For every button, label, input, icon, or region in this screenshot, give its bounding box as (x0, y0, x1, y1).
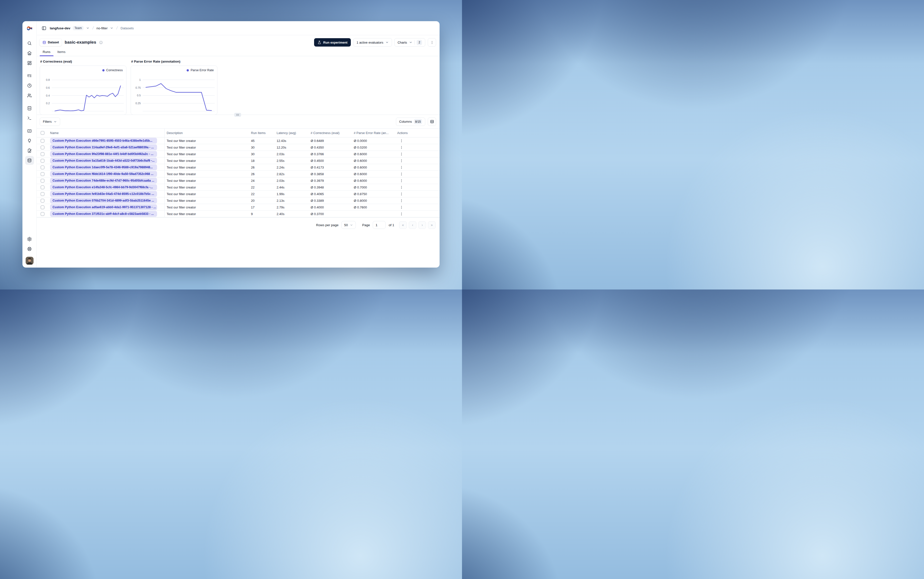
sidebar-item-terminal[interactable] (25, 114, 34, 123)
page-number-input[interactable] (373, 221, 386, 229)
correctness-cell: Ø 0.4065 (309, 192, 352, 196)
row-checkbox[interactable] (41, 192, 44, 196)
langfuse-logo[interactable] (23, 21, 36, 35)
row-checkbox[interactable] (41, 212, 44, 216)
latency-cell: 2.55s (275, 159, 309, 163)
breadcrumb-org[interactable]: langfuse-dev (50, 26, 70, 30)
row-checkbox[interactable] (41, 185, 44, 189)
sidebar-item-database[interactable] (25, 156, 34, 165)
prev-page-button[interactable]: ‹ (409, 221, 416, 229)
select-all-checkbox[interactable] (41, 131, 44, 135)
actions-cell (395, 144, 439, 150)
sidebar-item-judge-frame[interactable] (25, 126, 34, 135)
sidebar-item-clipboard-pen[interactable] (25, 146, 34, 155)
run-name-cell: Custom Python Execution 74de488e-ec9d-47… (48, 177, 165, 184)
sidebar-item-clock[interactable] (25, 81, 34, 90)
run-name-link[interactable]: Custom Python Execution 114aa9ef-29e6-4e… (50, 144, 157, 150)
next-page-button[interactable]: › (418, 221, 426, 229)
project-switcher[interactable] (110, 26, 113, 30)
parse-error-rate-cell: Ø 0.6000 (352, 152, 395, 156)
run-items-cell: 30 (249, 152, 275, 156)
row-actions-button[interactable] (398, 164, 405, 170)
filters-button[interactable]: Filters (40, 118, 60, 126)
breadcrumb-separator: / (115, 26, 119, 31)
row-actions-button[interactable] (398, 191, 405, 197)
row-actions-button[interactable] (398, 204, 405, 210)
sidebar-item-dashboard[interactable] (25, 58, 34, 67)
column-header-parse-error-rate[interactable]: # Parse Error Rate (an... (352, 131, 395, 135)
correctness-cell: Ø 0.3389 (309, 199, 352, 203)
run-name-link[interactable]: Custom Python Execution adfae619-abb0-4d… (50, 204, 157, 210)
first-page-button[interactable]: « (399, 221, 407, 229)
sidebar-item-home[interactable] (25, 49, 34, 57)
dataset-info-icon[interactable] (99, 41, 103, 44)
sidebar-item-lightbulb[interactable] (25, 136, 34, 145)
row-actions-button[interactable] (398, 171, 405, 177)
row-actions-button[interactable] (398, 151, 405, 157)
column-header-correctness[interactable]: # Correctness (eval) (309, 131, 352, 135)
row-checkbox[interactable] (41, 165, 44, 169)
run-name-link[interactable]: Custom Python Execution e14fa348-5cfc-49… (50, 184, 157, 190)
row-height-button[interactable] (428, 118, 436, 126)
run-name-link[interactable]: Custom Python Execution 5a15a616-1bab-44… (50, 158, 157, 164)
row-checkbox[interactable] (41, 159, 44, 163)
breadcrumb-section[interactable]: Datasets (121, 26, 134, 30)
correctness-cell: Ø 0.6489 (309, 139, 352, 143)
run-name-link[interactable]: Custom Python Execution d66e7991-8595-45… (50, 138, 157, 144)
row-actions-button[interactable] (398, 211, 405, 217)
row-actions-button[interactable] (398, 177, 405, 184)
rows-per-page-select[interactable]: 50 (341, 221, 356, 229)
breadcrumb-separator: / (91, 26, 94, 31)
row-checkbox[interactable] (41, 172, 44, 176)
sidebar-item-search[interactable] (25, 39, 34, 47)
correctness-cell: Ø 0.3700 (309, 212, 352, 216)
run-name-link[interactable]: Custom Python Execution 076b2704-341d-48… (50, 198, 157, 203)
org-switcher[interactable] (86, 26, 90, 30)
row-checkbox[interactable] (41, 146, 44, 149)
row-actions-button[interactable] (398, 137, 405, 144)
run-name-link[interactable]: Custom Python Execution 1daec0f9-5e78-43… (50, 164, 157, 170)
evaluators-dropdown[interactable]: 1 active evaluators (353, 38, 392, 47)
columns-button[interactable]: Columns 8/15 (396, 118, 425, 126)
row-checkbox[interactable] (41, 199, 44, 203)
sidebar-toggle-button[interactable] (41, 25, 48, 31)
dataset-more-actions-button[interactable] (428, 38, 436, 47)
tab-items[interactable]: Items (54, 49, 69, 56)
run-name-link[interactable]: Custom Python Execution 371f531c-abff-4d… (50, 211, 157, 217)
user-avatar[interactable] (26, 257, 34, 265)
run-name-link[interactable]: Custom Python Execution fe91b83e-04a5-47… (50, 191, 157, 197)
column-header-description[interactable]: Description (165, 131, 249, 135)
charts-dropdown[interactable]: Charts 2 (395, 38, 425, 47)
chevron-down-icon (350, 224, 353, 227)
breadcrumb-project[interactable]: no-filter (97, 26, 108, 30)
run-name-link[interactable]: Custom Python Execution 74de488e-ec9d-47… (50, 178, 157, 183)
home-icon (27, 51, 32, 56)
settings-button[interactable] (25, 235, 34, 244)
row-checkbox[interactable] (41, 179, 44, 183)
row-actions-button[interactable] (398, 184, 405, 190)
column-header-name[interactable]: Name (48, 129, 165, 137)
run-experiment-button[interactable]: Run experiment (314, 38, 351, 47)
sidebar-item-users[interactable] (25, 91, 34, 100)
column-header-run-items[interactable]: Run Items (249, 131, 275, 135)
chart-title: # Parse Error Rate (annotation) (131, 60, 218, 63)
kebab-menu-icon (400, 165, 403, 169)
sidebar-item-list-tree[interactable] (25, 71, 34, 80)
line-chart-svg: 0.250.50.751 (131, 66, 217, 114)
row-actions-button[interactable] (398, 157, 405, 164)
column-header-latency[interactable]: Latency (avg) (275, 131, 309, 135)
resize-drag-handle[interactable] (234, 113, 241, 117)
run-name-link[interactable]: Custom Python Execution f6bb1614-1f90-40… (50, 171, 157, 177)
kebab-menu-icon (400, 212, 403, 216)
run-items-cell: 22 (249, 185, 275, 189)
last-page-button[interactable]: » (428, 221, 436, 229)
run-name-link[interactable]: Custom Python Execution 9fe23f98-881e-44… (50, 151, 157, 157)
row-checkbox[interactable] (41, 139, 44, 143)
tab-runs[interactable]: Runs (40, 49, 54, 56)
row-actions-button[interactable] (398, 197, 405, 204)
row-checkbox[interactable] (41, 152, 44, 156)
sidebar-item-file-code[interactable] (25, 104, 34, 113)
row-checkbox[interactable] (41, 206, 44, 209)
row-actions-button[interactable] (398, 144, 405, 150)
support-button[interactable] (25, 244, 34, 253)
